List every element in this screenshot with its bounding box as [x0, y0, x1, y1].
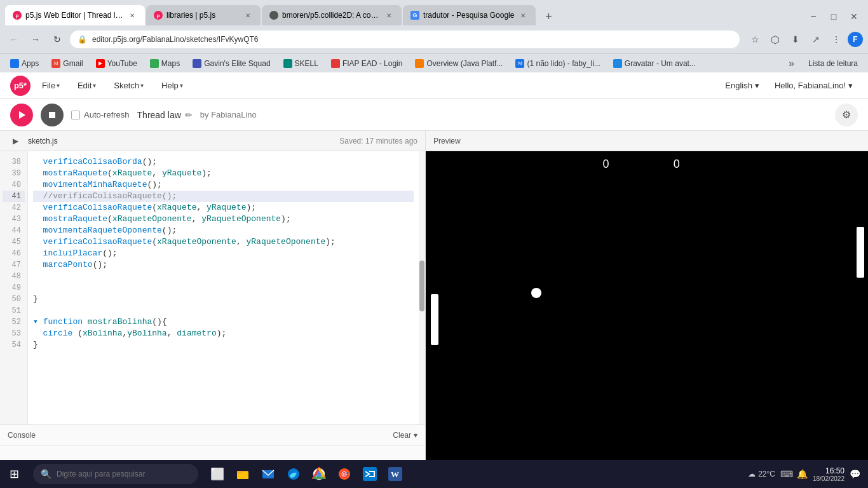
- line-numbers: 38 39 40 41 42 43 44 45 46 47 48 49 50 5…: [0, 151, 28, 424]
- tab-1[interactable]: p p5.js Web Editor | Thread law ✕: [5, 5, 145, 25]
- bookmark-email-label: (1 não lido) - faby_li...: [527, 59, 600, 68]
- app-container: p5* File ▾ Edit ▾ Sketch ▾ Help ▾ Englis…: [0, 72, 868, 488]
- stop-button[interactable]: [41, 104, 64, 126]
- code-line-49: [33, 282, 414, 294]
- bookmark-apps[interactable]: Apps: [5, 58, 44, 69]
- code-line-43: mostraRaquete(xRaqueteOponente, yRaquete…: [33, 214, 414, 225]
- bookmark-youtube[interactable]: ▶ YouTube: [91, 58, 142, 69]
- taskbar-task-view[interactable]: ⬜: [206, 463, 229, 485]
- bookmark-gavin[interactable]: Gavin's Elite Squad: [187, 58, 275, 69]
- console-clear-label: Clear: [393, 431, 411, 440]
- taskbar-file-explorer[interactable]: [231, 463, 254, 485]
- forward-button[interactable]: →: [27, 30, 44, 48]
- sketch-name-edit-icon[interactable]: ✏: [185, 110, 193, 120]
- taskbar-search-input[interactable]: [57, 470, 191, 478]
- code-line-50: }: [33, 294, 414, 305]
- line-num-41: 41: [3, 191, 25, 202]
- preview-canvas: 0 0: [426, 151, 868, 488]
- bookmark-overview-label: Overview (Java Platf...: [426, 59, 503, 68]
- sketch-name-field[interactable]: Thread law ✏: [137, 110, 193, 120]
- tab2-favicon: p: [154, 11, 163, 20]
- minimize-button[interactable]: −: [804, 8, 822, 25]
- tab4-favicon: G: [410, 11, 419, 20]
- new-tab-button[interactable]: +: [539, 8, 557, 25]
- bookmark-fiap[interactable]: FIAP EAD - Login: [326, 58, 408, 69]
- tab4-close[interactable]: ✕: [518, 10, 528, 20]
- taskbar-app6[interactable]: 🎯: [333, 463, 356, 485]
- taskbar-edge[interactable]: [282, 463, 305, 485]
- code-expand-button[interactable]: ▶: [8, 133, 23, 149]
- code-editor[interactable]: 38 39 40 41 42 43 44 45 46 47 48 49 50 5…: [0, 151, 425, 424]
- language-selector[interactable]: English ▾: [720, 78, 764, 93]
- bookmark-lista[interactable]: Lista de leitura: [803, 58, 863, 69]
- user-greeting[interactable]: Hello, FabianaLino! ▾: [770, 78, 858, 93]
- more-bookmarks-button[interactable]: »: [785, 57, 798, 71]
- pong-score-right: 0: [674, 158, 680, 171]
- code-saved-status: Saved: 17 minutes ago: [339, 137, 417, 146]
- bookmark-skell[interactable]: SKELL: [278, 58, 323, 69]
- line-num-49: 49: [3, 282, 25, 294]
- tab-2[interactable]: p libraries | p5.js ✕: [146, 5, 261, 25]
- line-num-43: 43: [3, 214, 25, 225]
- reload-button[interactable]: ↻: [48, 30, 66, 48]
- tab4-title: tradutor - Pesquisa Google: [423, 11, 514, 20]
- share-icon[interactable]: ↗: [807, 30, 825, 48]
- notification-icon[interactable]: 🔔: [797, 469, 808, 479]
- auto-refresh-checkbox[interactable]: [71, 111, 80, 119]
- line-num-54: 54: [3, 339, 25, 351]
- download-icon[interactable]: ⬇: [787, 30, 804, 48]
- taskbar-date-display: 18/02/2022: [813, 475, 844, 482]
- more-tools-icon[interactable]: ⋮: [827, 30, 845, 48]
- pong-paddle-left: [431, 294, 438, 345]
- bookmark-gmail-label: Gmail: [63, 59, 83, 68]
- keyboard-icon[interactable]: ⌨: [780, 469, 793, 479]
- taskbar-chrome[interactable]: [308, 463, 330, 485]
- tab-4[interactable]: G tradutor - Pesquisa Google ✕: [403, 5, 536, 25]
- close-button[interactable]: ✕: [845, 8, 863, 25]
- bookmark-star-icon[interactable]: ☆: [746, 30, 764, 48]
- bookmark-email[interactable]: M (1 não lido) - faby_li...: [510, 58, 605, 69]
- tab1-close[interactable]: ✕: [127, 10, 137, 20]
- taskbar-vscode[interactable]: [358, 463, 381, 485]
- tab-3[interactable]: bmoren/p5.collide2D: A collision ✕: [262, 5, 402, 25]
- auto-refresh-toggle[interactable]: Auto-refresh: [71, 110, 130, 119]
- line-num-53: 53: [3, 328, 25, 339]
- bookmark-gmail[interactable]: M Gmail: [46, 58, 88, 69]
- taskbar-mail[interactable]: [257, 463, 280, 485]
- bookmark-overview[interactable]: Overview (Java Platf...: [410, 58, 508, 69]
- notifications-center[interactable]: 💬: [850, 469, 860, 479]
- code-content[interactable]: verificaColisaoBorda(); mostraRaquete(xR…: [28, 151, 419, 424]
- menu-help[interactable]: Help ▾: [155, 78, 189, 93]
- code-panel: ▶ sketch.js Saved: 17 minutes ago 38 39 …: [0, 131, 426, 488]
- p5-logo: p5*: [10, 76, 31, 96]
- preview-label: Preview: [433, 137, 461, 146]
- taskbar-search-bar[interactable]: 🔍: [33, 464, 198, 484]
- tab3-close[interactable]: ✕: [384, 10, 394, 20]
- console-clear-arrow: ▾: [414, 431, 417, 440]
- menu-sketch[interactable]: Sketch ▾: [107, 78, 150, 93]
- pong-paddle-right: [857, 227, 864, 278]
- code-scroll-thumb[interactable]: [419, 261, 424, 311]
- console-header: Console Clear ▾: [0, 425, 425, 445]
- maximize-button[interactable]: □: [825, 8, 843, 25]
- bookmark-maps[interactable]: Maps: [145, 58, 185, 69]
- menu-edit[interactable]: Edit ▾: [71, 78, 102, 93]
- profile-avatar[interactable]: F: [848, 32, 863, 47]
- tab2-close[interactable]: ✕: [243, 10, 253, 20]
- taskbar-word[interactable]: W: [384, 463, 407, 485]
- toolbar-icons: ☆ ⬡ ⬇ ↗ ⋮ F: [746, 30, 863, 48]
- bookmark-youtube-label: YouTube: [107, 59, 137, 68]
- play-button[interactable]: [10, 104, 33, 126]
- code-scrollbar[interactable]: [419, 151, 425, 424]
- console-clear-button[interactable]: Clear ▾: [393, 431, 417, 440]
- greeting-text: Hello, FabianaLino!: [775, 81, 846, 90]
- settings-button[interactable]: ⚙: [835, 104, 858, 126]
- address-bar[interactable]: 🔒 editor.p5js.org/FabianaLino/sketches/I…: [70, 30, 740, 48]
- taskbar-clock: 16:50 18/02/2022: [813, 466, 844, 482]
- bookmark-gravatar[interactable]: Gravatar - Um avat...: [608, 58, 701, 69]
- menu-file[interactable]: File ▾: [36, 78, 66, 93]
- back-button[interactable]: ←: [5, 30, 23, 48]
- start-button[interactable]: ⊞: [0, 460, 28, 488]
- extensions-icon[interactable]: ⬡: [766, 30, 784, 48]
- editor-area: ▶ sketch.js Saved: 17 minutes ago 38 39 …: [0, 131, 868, 488]
